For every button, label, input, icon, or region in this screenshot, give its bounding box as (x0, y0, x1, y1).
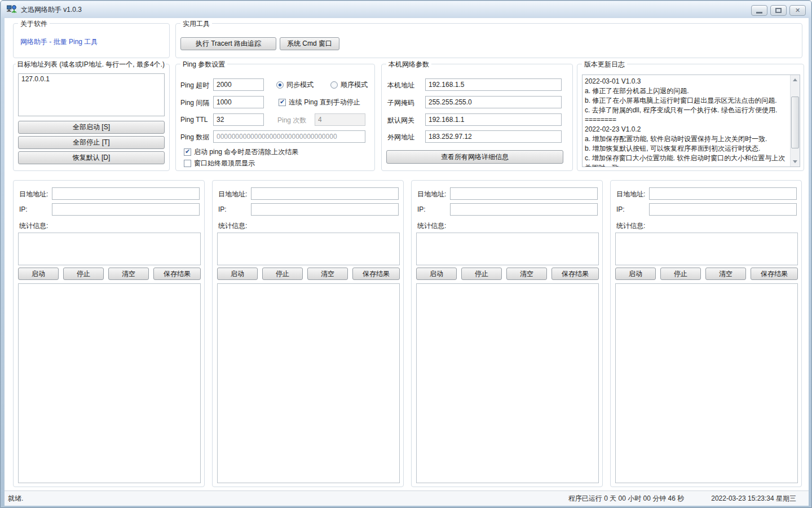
stats-label: 统计信息: (417, 221, 446, 231)
clear-button[interactable]: 清空 (705, 268, 746, 280)
dest-input[interactable] (649, 187, 797, 200)
scroll-up-icon[interactable] (791, 75, 800, 85)
status-ready-text: 就绪. (8, 494, 23, 503)
scrollbar-thumb[interactable] (791, 97, 799, 148)
ip-input[interactable] (450, 203, 598, 216)
ip-input[interactable] (52, 203, 200, 216)
stats-box (217, 233, 400, 265)
close-icon: ✕ (795, 7, 800, 14)
results-list[interactable] (615, 283, 798, 483)
dest-input[interactable] (52, 187, 200, 200)
ip-input[interactable] (251, 203, 399, 216)
save-results-button[interactable]: 保存结果 (153, 268, 201, 280)
status-bar: 就绪. 程序已运行 0 天 00 小时 00 分钟 46 秒 2022-03-2… (5, 491, 809, 506)
clear-button[interactable]: 清空 (506, 268, 547, 280)
dest-label: 目地地址: (616, 190, 645, 199)
tools-group: 实用工具 执行 Tracert 路由追踪 系统 Cmd 窗口 (175, 23, 802, 58)
dest-label: 目地地址: (218, 190, 247, 199)
start-all-button[interactable]: 全部启动 [S] (18, 121, 165, 134)
continuous-ping-checkbox[interactable]: 连续 Ping 直到手动停止 (279, 98, 360, 107)
wan-ip-input[interactable] (425, 130, 562, 143)
changelog-scrollbar[interactable] (790, 75, 800, 167)
sync-mode-radio[interactable]: 同步模式 (276, 80, 314, 90)
stats-box (18, 233, 201, 265)
start-button[interactable]: 启动 (416, 268, 457, 280)
ping-timeout-input[interactable] (213, 78, 264, 91)
subnet-mask-input[interactable] (425, 96, 562, 108)
results-list[interactable] (416, 283, 599, 483)
save-results-button[interactable]: 保存结果 (751, 268, 798, 280)
tracert-button[interactable]: 执行 Tracert 路由追踪 (180, 37, 276, 50)
stats-label: 统计信息: (616, 221, 645, 231)
app-icon (7, 5, 17, 14)
ping-panel-3: 目地地址: IP: 统计信息: 启动 停止 清空 保存结果 (411, 180, 603, 487)
stop-button[interactable]: 停止 (660, 268, 701, 280)
continuous-ping-label: 连续 Ping 直到手动停止 (289, 98, 360, 107)
scroll-down-icon[interactable] (791, 157, 800, 167)
stop-button[interactable]: 停止 (461, 268, 502, 280)
ping-settings-group: Ping 参数设置 Ping 超时 Ping 间隔 Ping TTL 同步模式 … (175, 64, 375, 171)
ping-settings-legend: Ping 参数设置 (180, 60, 227, 69)
tools-group-legend: 实用工具 (180, 19, 212, 29)
stop-button[interactable]: 停止 (262, 268, 303, 280)
clear-button[interactable]: 清空 (108, 268, 149, 280)
sync-mode-label: 同步模式 (286, 80, 314, 90)
ping-data-input[interactable] (213, 130, 365, 143)
dest-input[interactable] (450, 187, 598, 200)
network-details-button[interactable]: 查看所有网络详细信息 (386, 150, 563, 164)
maximize-button[interactable] (770, 5, 787, 16)
window-title: 文迅网络助手 v1.0.3 (21, 5, 82, 15)
checkbox-icon (184, 148, 191, 156)
ip-label: IP: (616, 205, 625, 213)
cmd-button[interactable]: 系统 Cmd 窗口 (280, 37, 339, 50)
about-group-legend: 关于软件 (18, 19, 50, 29)
start-button[interactable]: 启动 (18, 268, 59, 280)
dest-input[interactable] (251, 187, 399, 200)
ping-panel-4: 目地地址: IP: 统计信息: 启动 停止 清空 保存结果 (610, 180, 802, 487)
save-results-button[interactable]: 保存结果 (551, 268, 599, 280)
about-link[interactable]: 网络助手 - 批量 Ping 工具 (20, 37, 98, 47)
save-results-button[interactable]: 保存结果 (352, 268, 400, 280)
ping-interval-label: Ping 间隔 (180, 98, 209, 108)
stats-label: 统计信息: (218, 221, 247, 231)
stop-all-button[interactable]: 全部停止 [T] (18, 136, 165, 149)
ip-input[interactable] (649, 203, 797, 216)
start-button[interactable]: 启动 (615, 268, 656, 280)
status-datetime-text: 2022-03-23 15:23:34 星期三 (711, 494, 796, 503)
restore-defaults-button[interactable]: 恢复默认 [D] (18, 151, 165, 164)
minimize-icon (756, 12, 762, 14)
targets-group-legend: 目标地址列表 (域名或IP地址. 每行一个, 最多4个.) (16, 60, 166, 69)
wan-ip-label: 外网地址 (387, 133, 414, 142)
title-bar[interactable]: 文迅网络助手 v1.0.3 ✕ (1, 1, 811, 18)
stop-button[interactable]: 停止 (63, 268, 104, 280)
clear-button[interactable]: 清空 (307, 268, 348, 280)
clear-on-start-checkbox[interactable]: 启动 ping 命令时是否清除上次结果 (184, 147, 298, 157)
topmost-checkbox[interactable]: 窗口始终最顶层显示 (184, 159, 255, 168)
local-ip-label: 本机地址 (387, 81, 414, 90)
results-list[interactable] (18, 283, 201, 483)
close-button[interactable]: ✕ (789, 5, 806, 16)
ping-ttl-label: Ping TTL (180, 116, 208, 124)
about-group: 关于软件 网络助手 - 批量 Ping 工具 (13, 23, 170, 58)
dest-label: 目地地址: (417, 190, 446, 199)
start-button[interactable]: 启动 (217, 268, 258, 280)
target-address-input[interactable]: 127.0.0.1 (18, 73, 165, 116)
gateway-label: 默认网关 (387, 116, 414, 125)
dest-label: 目地地址: (19, 190, 48, 199)
radio-dot-icon (276, 81, 284, 89)
ping-panel-2: 目地地址: IP: 统计信息: 启动 停止 清空 保存结果 (212, 180, 404, 487)
ping-interval-input[interactable] (213, 96, 264, 108)
ping-ttl-input[interactable] (213, 113, 264, 126)
ip-label: IP: (218, 205, 227, 213)
ip-label: IP: (19, 205, 28, 213)
maximize-icon (775, 8, 782, 13)
topmost-label: 窗口始终最顶层显示 (194, 159, 255, 168)
sequential-mode-radio[interactable]: 顺序模式 (330, 80, 368, 90)
results-list[interactable] (217, 283, 400, 483)
minimize-button[interactable] (751, 5, 767, 16)
changelog-box[interactable]: 2022-03-01 V1.0.3 a. 修正了在部分机器上闪退的问题. b. … (582, 75, 800, 167)
local-ip-input[interactable] (425, 78, 562, 91)
radio-dot-icon (330, 81, 338, 89)
clear-on-start-label: 启动 ping 命令时是否清除上次结果 (194, 147, 298, 157)
gateway-input[interactable] (425, 113, 562, 126)
